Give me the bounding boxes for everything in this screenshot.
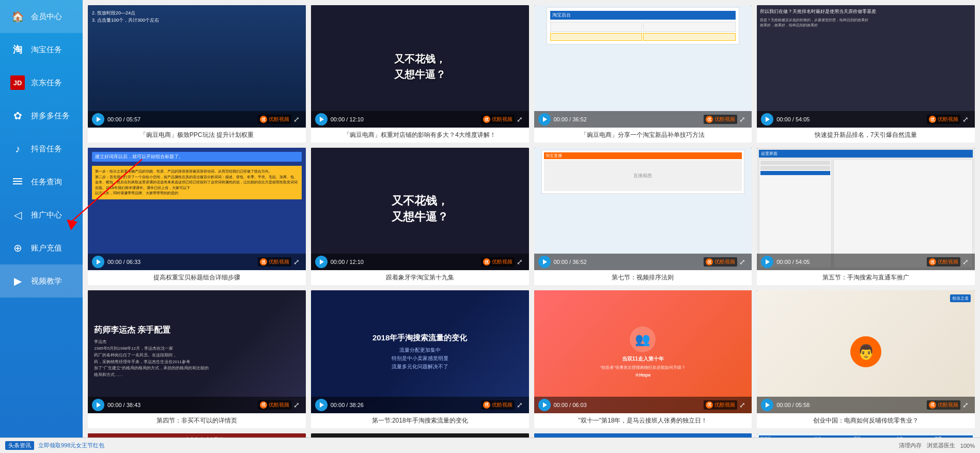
video-card[interactable]: 药师李运杰 亲手配置 李运杰 1985年5月到1998年12月，李运杰在沈一家药… [88,290,306,428]
video-time: 00:00 / 54:05 [776,116,927,122]
video-card[interactable]: 建立好词库以后，就可以开始组合标题了。 第一步：给分之前更准确产品的功能、性质、… [88,148,306,285]
video-title: "双十一"第18年，是马云接班人张勇的独立日！ [534,413,752,428]
bottom-bar-left: 头条资讯 立即领取998元女王节红包 [5,441,894,450]
video-time: 00:00 / 38:43 [107,402,258,408]
youku-icon: 优 [260,258,267,265]
youku-icon: 优 [929,401,936,409]
home-icon: 🏠 [10,9,25,24]
video-card[interactable]: 所以我们在做？天抢排名时最好是使用当天原价做零基差 前提？无抢标建议从低的价格的… [757,5,975,143]
video-title: 「豌豆电商」分享一个淘宝新品补单技巧方法 [534,128,752,143]
video-title: 第五节：手淘搜索与直通车推广 [757,270,975,285]
sidebar-item-label: 视频教学 [31,276,62,286]
music-icon: ♪ [10,142,25,156]
expand-button[interactable] [291,400,302,410]
svg-rect-1 [13,181,22,182]
sidebar-item-jd[interactable]: JD 京东任务 [0,66,83,99]
video-title: 快速提升新品排名，7天引爆自然流量 [757,128,975,143]
sidebar-item-douyin[interactable]: ♪ 抖音任务 [0,132,83,165]
video-card[interactable]: 2. 投放时段20—24点 3. 点击量100个，共计300个左右 00:00 … [88,5,306,143]
play-button[interactable] [538,256,551,268]
video-title: 第四节：非买不可以的详情页 [88,413,306,428]
expand-button[interactable] [291,257,302,267]
video-time: 00:00 / 38:26 [331,402,481,408]
play-button[interactable] [761,256,773,268]
video-card[interactable]: 又不花钱，又想牛逼？ 00:00 / 12:10 优 优酷视频 跟着象牙学淘宝第… [311,148,529,285]
expand-button[interactable] [960,257,971,267]
video-card[interactable]: 又不花钱，又想牛逼？ 00:00 / 12:10 优 优酷视频 「豌豆电商」权重… [311,5,529,143]
sidebar: 🏠 会员中心 淘 淘宝任务 JD 京东任务 ✿ 拼多多任务 ♪ 抖音任务 任务查… [0,0,83,453]
video-card[interactable]: 创业之道 👨 00:00 / 05:58 优 优酷视频 创业中国：电商如何反哺传… [757,290,975,428]
video-time: 00:00 / 06:03 [554,402,704,408]
video-card[interactable]: 淘宝后台 00:00 / 36:52 [534,5,752,143]
video-title: 提高权重宝贝标题组合详细步骤 [88,270,306,285]
play-button[interactable] [315,399,328,411]
video-card[interactable]: 2018年手淘搜索流量的变化 流量分配更加集中 特别是中小卖家感觉明显 流量多元… [311,290,529,428]
youku-badge: 优 优酷视频 [704,400,737,410]
youku-icon: 优 [260,116,267,123]
sidebar-item-label: 账户充值 [31,243,62,253]
play-button[interactable] [92,113,104,126]
youku-icon: 优 [706,116,713,123]
video-time: 00:00 / 06:33 [107,259,258,265]
play-button[interactable] [761,113,773,126]
video-time: 00:00 / 12:10 [331,259,481,265]
sidebar-item-member[interactable]: 🏠 会员中心 [0,0,83,33]
zoom-level: 100% [960,443,975,449]
news-text[interactable]: 立即领取998元女王节红包 [38,442,104,449]
sidebar-item-recharge[interactable]: ⊕ 账户充值 [0,231,83,264]
sidebar-item-promotion[interactable]: ◁ 推广中心 [0,198,83,231]
expand-button[interactable] [291,114,302,124]
youku-icon: 优 [929,258,936,265]
video-card[interactable]: 👥 当双11走入第十年 "创造者"张勇首次授搜购物狂欢还能如何升级？ ☆Hope… [534,290,752,428]
expand-button[interactable] [960,114,971,124]
video-card[interactable]: 设置界面 00:00 / 54:05 [757,148,975,285]
video-time: 00:00 / 05:57 [107,116,258,122]
play-button[interactable] [761,399,773,411]
taobao-icon: 淘 [10,42,25,57]
video-time: 00:00 / 36:52 [554,259,704,265]
clean-memory-button[interactable]: 清理内存 [899,442,922,449]
sidebar-item-pinduoduo[interactable]: ✿ 拼多多任务 [0,99,83,132]
pinduoduo-icon: ✿ [10,108,25,123]
youku-icon: 优 [706,401,713,409]
play-button[interactable] [92,256,104,268]
youku-badge: 优 优酷视频 [927,400,960,410]
video-time: 00:00 / 36:52 [554,116,704,122]
sidebar-item-video[interactable]: ▶ 视频教学 [0,264,83,298]
youku-badge: 优 优酷视频 [704,257,737,267]
sidebar-item-label: 任务查询 [31,177,62,187]
youku-badge: 优 优酷视频 [258,400,291,410]
browser-doctor-button[interactable]: 浏览器医生 [927,442,955,449]
expand-button[interactable] [737,114,748,124]
bottom-bar-right: 清理内存 浏览器医生 100% [899,442,975,449]
video-title: 创业中国：电商如何反哺传统零售业？ [757,413,975,428]
play-button[interactable] [538,113,551,126]
video-grid: 2. 投放时段20—24点 3. 点击量100个，共计300个左右 00:00 … [88,5,975,453]
expand-button[interactable] [515,257,525,267]
youku-badge: 优 优酷视频 [481,257,515,267]
youku-badge: 优 优酷视频 [481,115,515,124]
expand-button[interactable] [737,257,748,267]
play-button[interactable] [92,399,104,411]
expand-button[interactable] [515,114,525,124]
sidebar-item-label: 京东任务 [31,78,62,88]
youku-icon: 优 [483,401,490,409]
play-button[interactable] [315,113,328,126]
sidebar-item-taobao[interactable]: 淘 淘宝任务 [0,33,83,66]
sidebar-item-label: 推广中心 [31,210,62,220]
expand-button[interactable] [960,400,971,410]
expand-button[interactable] [737,400,748,410]
youku-badge: 优 优酷视频 [258,115,291,124]
sidebar-item-tasks[interactable]: 任务查询 [0,165,83,198]
video-title: 「豌豆电商」权重对店铺的影响有多大？4大维度讲解！ [311,128,529,143]
youku-icon: 优 [483,116,490,123]
video-time: 00:00 / 54:05 [776,259,927,265]
youku-badge: 优 优酷视频 [927,115,960,124]
play-button[interactable] [538,399,551,411]
expand-button[interactable] [515,400,525,410]
video-card[interactable]: 淘宝直播 直播截图 00:00 / 36:52 优 优酷视频 第七节：视频排序法… [534,148,752,285]
play-button[interactable] [315,256,328,268]
youku-icon: 优 [706,258,713,265]
video-title: 跟着象牙学淘宝第十九集 [311,270,529,285]
youku-badge: 优 优酷视频 [258,257,291,267]
